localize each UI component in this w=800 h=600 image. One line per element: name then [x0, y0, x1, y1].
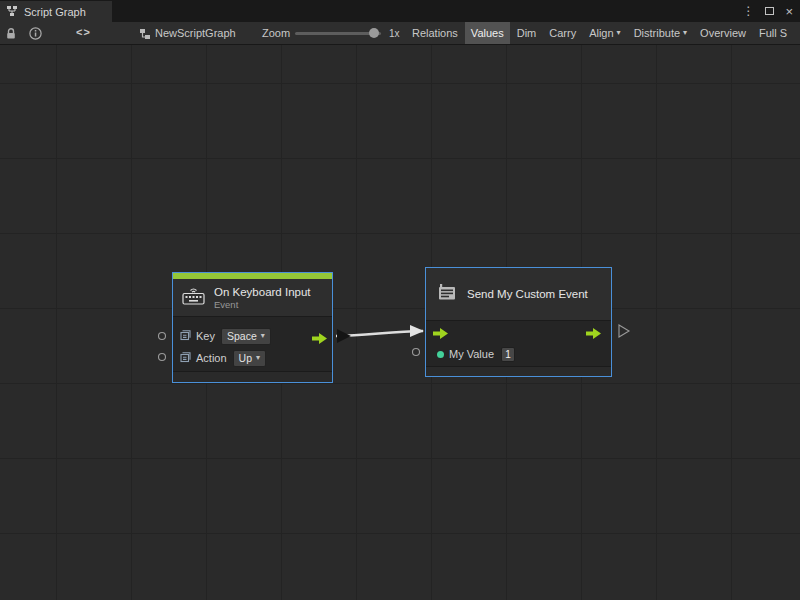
value-port-dot-icon[interactable]: [437, 351, 444, 358]
port-row-action: Action Up ▾: [173, 348, 332, 368]
enum-type-icon: [180, 327, 191, 345]
flow-row: [433, 325, 601, 339]
dropdown-arrow-icon: ▾: [617, 22, 621, 44]
port-row-key: Key Space ▾: [173, 326, 332, 346]
relations-button[interactable]: Relations: [406, 22, 464, 44]
window-menu-icon[interactable]: ⋮: [742, 5, 754, 17]
node-on-keyboard-input[interactable]: On Keyboard Input Event Key Space ▾: [172, 272, 333, 383]
node-header: On Keyboard Input Event: [173, 279, 332, 317]
lock-icon[interactable]: [5, 27, 17, 42]
flow-output-port-triangle[interactable]: [337, 329, 351, 343]
key-dropdown[interactable]: Space ▾: [221, 328, 271, 345]
titlebar: Script Graph ⋮ ×: [0, 0, 800, 22]
node-title: On Keyboard Input: [214, 286, 311, 298]
input-port-key[interactable]: [159, 333, 166, 340]
carry-button[interactable]: Carry: [543, 22, 582, 44]
flow-output-port-outline[interactable]: [619, 325, 629, 337]
my-value-input[interactable]: 1: [501, 347, 515, 362]
distribute-dropdown-button[interactable]: Distribute ▾: [628, 22, 693, 44]
dropdown-arrow-icon: ▾: [261, 331, 265, 340]
fullscreen-button[interactable]: Full S: [753, 22, 793, 44]
zoom-value: 1x: [389, 28, 400, 39]
overview-button[interactable]: Overview: [694, 22, 752, 44]
code-view-icon[interactable]: <>: [76, 26, 91, 38]
node-footer: [173, 371, 332, 382]
graph-name[interactable]: NewScriptGraph: [155, 27, 236, 39]
node-send-my-custom-event[interactable]: Send My Custom Event My Value 1: [425, 267, 612, 377]
flow-output-icon[interactable]: [586, 325, 601, 339]
custom-event-icon: [437, 282, 457, 306]
node-footer: [426, 366, 611, 376]
dropdown-arrow-icon: ▾: [683, 22, 687, 44]
zoom-slider[interactable]: [295, 32, 381, 35]
maximize-icon[interactable]: [765, 7, 774, 15]
enum-type-icon: [180, 349, 191, 367]
action-dropdown[interactable]: Up ▾: [233, 350, 266, 367]
window-controls: ⋮ ×: [742, 0, 793, 22]
node-subtitle: Event: [214, 299, 311, 310]
tab-title: Script Graph: [24, 6, 86, 18]
values-button[interactable]: Values: [465, 22, 510, 44]
connections-layer: [0, 45, 800, 600]
script-graph-icon: [6, 5, 18, 19]
graph-canvas[interactable]: On Keyboard Input Event Key Space ▾: [0, 45, 800, 600]
port-label-my-value: My Value: [449, 348, 494, 360]
port-row-my-value: My Value 1: [426, 345, 611, 363]
node-header: Send My Custom Event: [426, 268, 611, 321]
tab-script-graph[interactable]: Script Graph: [0, 1, 112, 22]
close-icon[interactable]: ×: [785, 5, 793, 18]
zoom-slider-handle[interactable]: [369, 28, 379, 38]
dropdown-arrow-icon: ▾: [256, 353, 260, 362]
flow-input-icon[interactable]: [433, 325, 448, 339]
flow-output-icon[interactable]: [312, 330, 327, 348]
zoom-label: Zoom: [262, 27, 290, 39]
align-dropdown-button[interactable]: Align ▾: [583, 22, 626, 44]
toolbar-buttons: Relations Values Dim Carry Align ▾ Distr…: [406, 22, 800, 44]
graph-toolbar: <> NewScriptGraph Zoom 1x Relations Valu…: [0, 22, 800, 45]
keyboard-icon: [182, 287, 205, 309]
graph-asset-icon: [139, 28, 151, 42]
port-label-key: Key: [196, 330, 215, 342]
info-icon[interactable]: [29, 27, 42, 42]
port-label-action: Action: [196, 352, 227, 364]
input-port-my-value[interactable]: [413, 349, 420, 356]
wire-arrowhead-icon: [410, 325, 424, 337]
dim-button[interactable]: Dim: [511, 22, 543, 44]
node-title: Send My Custom Event: [467, 288, 588, 300]
input-port-action[interactable]: [159, 354, 166, 361]
